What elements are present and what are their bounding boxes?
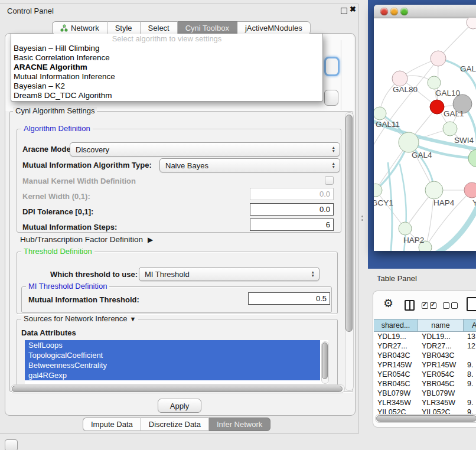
table-row[interactable]: YBL079WYBL079W [374, 389, 476, 398]
tab-network[interactable]: Network [52, 21, 107, 35]
document-icon[interactable] [467, 297, 476, 311]
tab-jactivemnodules[interactable]: jActiveMNodules [237, 21, 311, 35]
table-cell: 9. [464, 398, 476, 407]
table-cell: 9. [464, 379, 476, 389]
table-row[interactable]: YDL19...YDL19...13 [374, 332, 476, 341]
node-gal4[interactable] [399, 132, 419, 152]
tab-label: Network [71, 24, 99, 32]
manual-kernel-checkbox[interactable] [325, 176, 334, 185]
algorithm-option-basic-correlation-inference[interactable]: Basic Correlation Inference [11, 53, 322, 63]
node-gal80[interactable] [392, 71, 407, 86]
tab-style[interactable]: Style [107, 21, 141, 35]
tab-label: Select [148, 24, 169, 32]
dpi-tolerance-input[interactable] [250, 203, 334, 216]
node-gal1[interactable] [443, 122, 457, 136]
table-row[interactable]: YPR145WYPR145W9. [374, 360, 476, 370]
mi-type-label: Mutual Information Algorithm Type: [22, 161, 152, 169]
table-row[interactable]: YER054CYER054C8. [374, 370, 476, 379]
window-minimize-icon[interactable] [390, 8, 398, 15]
algorithm-option-bayesian-k2[interactable]: Bayesian – K2 [11, 81, 322, 91]
deselect-all-columns-icon[interactable] [443, 302, 459, 309]
splitter-handle[interactable] [361, 216, 363, 217]
mi-steps-input[interactable] [250, 219, 334, 231]
table-cell: 13 [464, 332, 476, 341]
node-gal10[interactable] [428, 76, 441, 89]
window-zoom-icon[interactable] [400, 8, 408, 15]
table-cell: YBL079W [374, 389, 418, 398]
hub-definition-expander[interactable]: Hub/Transcription Factor Definition ▶ [20, 235, 153, 244]
tab-discretize-data[interactable]: Discretize Data [141, 418, 209, 431]
apply-button[interactable]: Apply [158, 399, 201, 413]
attribute-list-scrollbar-thumb[interactable] [322, 343, 328, 379]
column-header-name[interactable]: name [418, 319, 464, 332]
node-label-y: Y [472, 198, 476, 207]
node-selected-red[interactable] [430, 100, 444, 114]
mi-threshold-input[interactable] [248, 292, 330, 305]
attribute-item-selfloops[interactable]: SelfLoops [25, 340, 320, 350]
tab-cyni-toolbox[interactable]: Cyni Toolbox [178, 21, 237, 35]
attribute-item-betweennesscentrality[interactable]: BetweennessCentrality [25, 360, 320, 370]
table-cell [464, 389, 476, 398]
algorithm-option-bayesian-hill-climbing[interactable]: Bayesian – Hill Climbing [11, 44, 322, 53]
node-hap4[interactable] [425, 181, 443, 199]
which-threshold-value: MI Threshold [145, 270, 190, 279]
tab-impute-data[interactable]: Impute Data [83, 418, 141, 431]
table-cell: YBR045C [374, 379, 418, 389]
kernel-width-label: Kernel Width (0,1): [22, 192, 90, 201]
node-label-gal: GAL [460, 64, 476, 73]
expand-right-icon: ▶ [148, 236, 153, 244]
window-close-icon[interactable] [380, 8, 388, 15]
node-gal11[interactable] [374, 107, 386, 120]
algorithm-option-mutual-information-inference[interactable]: Mutual Information Inference [11, 72, 322, 81]
close-icon[interactable]: ✖ [350, 5, 356, 14]
bottom-tab-bar: Impute DataDiscretize DataInfer Network [83, 418, 270, 431]
table-cell: YBR043C [418, 351, 464, 360]
node-label-hap2: HAP2 [403, 236, 424, 244]
split-columns-icon[interactable] [405, 300, 415, 311]
combobox-fragment[interactable] [324, 90, 338, 106]
algorithm-definition-title: Algorithm Definition [21, 125, 93, 133]
control-panel-tab-bar: NetworkStyleSelectCyni ToolboxjActiveMNo… [52, 21, 311, 35]
mi-threshold-label: Mutual Information Threshold: [28, 295, 139, 304]
node[interactable] [468, 149, 476, 167]
column-header-a[interactable]: A [464, 319, 476, 332]
table-cell: YBR045C [418, 379, 464, 389]
stepper-icon: ▲▼ [332, 146, 335, 153]
table-cell: 9. [464, 360, 476, 370]
tab-select[interactable]: Select [141, 21, 178, 35]
which-threshold-combobox[interactable]: MI Threshold ▲▼ [139, 267, 319, 281]
column-header-shared-[interactable]: shared... [374, 319, 418, 332]
table-row[interactable]: YBR045CYBR045C9. [374, 379, 476, 389]
settings-horizontal-scrollbar-thumb[interactable] [12, 386, 343, 392]
mi-type-combobox[interactable]: Naive Bayes ▲▼ [159, 158, 340, 172]
network-view-window[interactable]: GALGAL80GAL10GAL1GAL11SWI4GAL4GCY1HAP4YH… [374, 5, 476, 251]
sources-group-title[interactable]: Sources for Network Inference▼ [21, 315, 138, 323]
aracne-mode-combobox[interactable]: Discovery ▲▼ [70, 142, 340, 156]
window-title-bar[interactable] [374, 5, 476, 18]
network-graph: GALGAL80GAL10GAL1GAL11SWI4GAL4GCY1HAP4YH… [374, 18, 476, 251]
select-all-columns-icon[interactable] [422, 302, 438, 309]
stepper-icon: ▲▼ [332, 162, 335, 169]
attribute-item-topologicalcoefficient[interactable]: TopologicalCoefficient [25, 350, 320, 360]
table-row[interactable]: YDR27...YDR27...12 [374, 341, 476, 351]
node[interactable] [464, 182, 476, 198]
node[interactable] [431, 51, 446, 66]
settings-vertical-scrollbar-thumb[interactable] [345, 115, 353, 332]
table-cell: YPR145W [418, 360, 464, 370]
node-label-gal1: GAL1 [444, 109, 464, 118]
tab-infer-network[interactable]: Infer Network [209, 418, 270, 431]
float-window-icon[interactable] [341, 8, 347, 14]
node-hap2[interactable] [399, 222, 412, 235]
kernel-width-input[interactable] [250, 188, 334, 200]
focused-combobox-fragment[interactable] [324, 57, 340, 76]
minimized-panel-icon[interactable] [5, 439, 18, 450]
attribute-item-gal4rgexp[interactable]: gal4RGexp [25, 370, 320, 380]
table-horizontal-scrollbar-thumb[interactable] [376, 415, 476, 422]
table-row[interactable]: YBR043CYBR043C [374, 351, 476, 360]
dpi-tolerance-label: DPI Tolerance [0,1]: [22, 207, 93, 216]
table-row[interactable]: YLR345WYLR345W9. [374, 398, 476, 407]
algorithm-option-aracne-algorithm[interactable]: ARACNE Algorithm [11, 63, 322, 72]
gear-icon[interactable]: ⚙ [383, 298, 393, 309]
stepper-icon: ▲▼ [311, 270, 315, 278]
algorithm-option-dream8-dc-tdc-algorithm[interactable]: Dream8 DC_TDC Algorithm [11, 91, 322, 100]
